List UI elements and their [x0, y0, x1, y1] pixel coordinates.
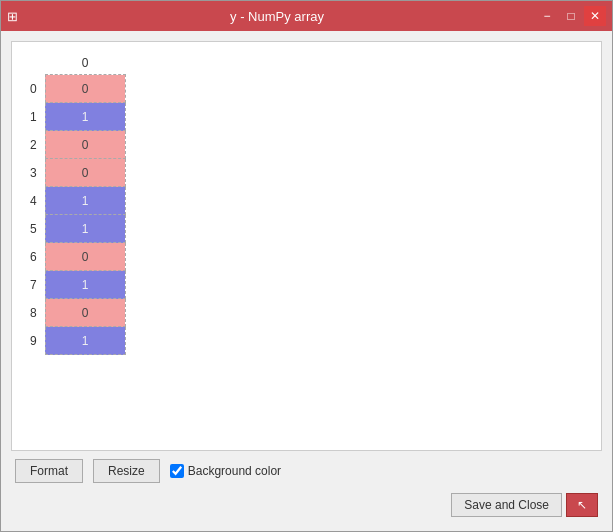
cell-value[interactable]: 1 — [45, 215, 125, 243]
format-button[interactable]: Format — [15, 459, 83, 483]
table-row: 41 — [22, 187, 125, 215]
cell-value[interactable]: 1 — [45, 187, 125, 215]
footer: Format Resize Background color Save and … — [11, 451, 602, 521]
row-index: 5 — [22, 215, 45, 243]
footer-actions: Save and Close ↖ — [11, 493, 602, 517]
background-color-text: Background color — [188, 464, 281, 478]
row-index: 7 — [22, 271, 45, 299]
row-index: 2 — [22, 131, 45, 159]
cell-value[interactable]: 0 — [45, 299, 125, 327]
window-controls: − □ ✕ — [536, 6, 606, 26]
corner-header — [22, 52, 45, 75]
cell-value[interactable]: 0 — [45, 75, 125, 103]
cursor-close-button[interactable]: ↖ — [566, 493, 598, 517]
cell-value[interactable]: 1 — [45, 271, 125, 299]
table-row: 51 — [22, 215, 125, 243]
col-header-0: 0 — [45, 52, 125, 75]
row-index: 4 — [22, 187, 45, 215]
close-button[interactable]: ✕ — [584, 6, 606, 26]
background-color-checkbox[interactable] — [170, 464, 184, 478]
cell-value[interactable]: 0 — [45, 131, 125, 159]
row-index: 0 — [22, 75, 45, 103]
row-index: 9 — [22, 327, 45, 355]
app-icon: ⊞ — [7, 9, 18, 24]
main-window: ⊞ y - NumPy array − □ ✕ 0 00112030415160… — [0, 0, 613, 532]
content-area: 0 00112030415160718091 Format Resize Bac… — [1, 31, 612, 531]
row-index: 8 — [22, 299, 45, 327]
cell-value[interactable]: 1 — [45, 327, 125, 355]
cell-value[interactable]: 0 — [45, 243, 125, 271]
resize-button[interactable]: Resize — [93, 459, 160, 483]
row-index: 6 — [22, 243, 45, 271]
cell-value[interactable]: 1 — [45, 103, 125, 131]
table-row: 60 — [22, 243, 125, 271]
background-color-label[interactable]: Background color — [170, 464, 281, 478]
table-row: 30 — [22, 159, 125, 187]
footer-controls: Format Resize Background color — [11, 459, 602, 483]
minimize-button[interactable]: − — [536, 6, 558, 26]
table-row: 80 — [22, 299, 125, 327]
maximize-button[interactable]: □ — [560, 6, 582, 26]
table-row: 00 — [22, 75, 125, 103]
table-row: 91 — [22, 327, 125, 355]
row-index: 3 — [22, 159, 45, 187]
cell-value[interactable]: 0 — [45, 159, 125, 187]
table-row: 11 — [22, 103, 125, 131]
array-table: 0 00112030415160718091 — [22, 52, 126, 355]
row-index: 1 — [22, 103, 45, 131]
array-container: 0 00112030415160718091 — [11, 41, 602, 451]
save-and-close-button[interactable]: Save and Close — [451, 493, 562, 517]
window-title: y - NumPy array — [18, 9, 536, 24]
table-row: 20 — [22, 131, 125, 159]
table-row: 71 — [22, 271, 125, 299]
title-bar: ⊞ y - NumPy array − □ ✕ — [1, 1, 612, 31]
